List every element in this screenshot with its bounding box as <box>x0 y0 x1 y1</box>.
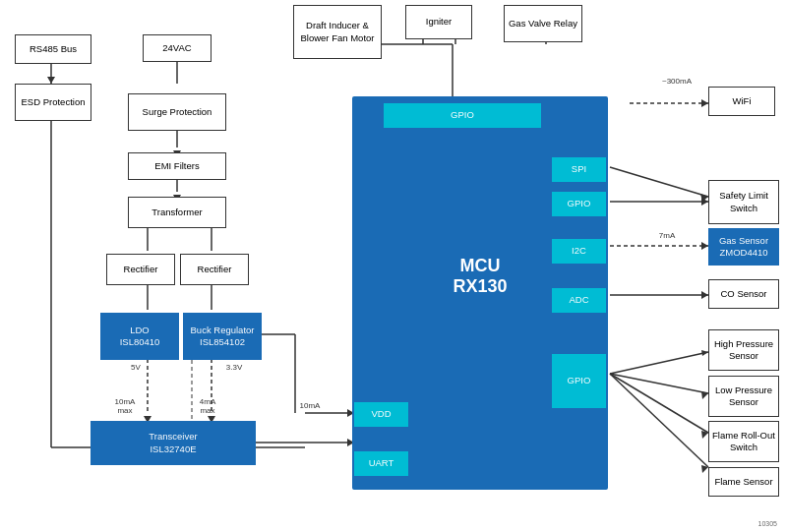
svg-marker-52 <box>701 431 708 439</box>
flame-rollout-block: Flame Roll-Out Switch <box>708 421 779 462</box>
esd-block: ESD Protection <box>15 84 91 121</box>
ldo-voltage-label: 5V <box>116 363 155 372</box>
buck-block: Buck Regulator ISL854102 <box>183 313 262 360</box>
24vac-block: 24VAC <box>143 34 212 62</box>
svg-line-49 <box>610 374 708 467</box>
emi-block: EMI Filters <box>128 152 226 180</box>
diagram: RS485 Bus 24VAC Draft Inducer & Blower F… <box>0 0 787 532</box>
mcu-block: MCU RX130 GPIO SPI GPIO I2C ADC GPIO VDD <box>352 96 608 490</box>
high-pressure-block: High Pressure Sensor <box>708 329 779 371</box>
rectifier1-block: Rectifier <box>106 254 175 285</box>
spi-block: SPI <box>552 157 606 182</box>
low-pressure-block: Low Pressure Sensor <box>708 376 779 417</box>
vdd-block: VDD <box>354 402 408 427</box>
rectifier2-block: Rectifier <box>180 254 249 285</box>
uart-block: UART <box>354 451 408 476</box>
current-4ma-label: 4mA max <box>183 388 232 415</box>
ldo-block: LDO ISL80410 <box>100 313 179 360</box>
i2c-block: I2C <box>552 239 606 264</box>
svg-line-46 <box>610 352 708 374</box>
co-sensor-block: CO Sensor <box>708 279 779 309</box>
svg-marker-41 <box>701 198 708 206</box>
gpio-bot-block: GPIO <box>552 354 606 408</box>
svg-marker-27 <box>701 99 708 107</box>
flame-sensor-block: Flame Sensor <box>708 467 779 497</box>
svg-marker-50 <box>701 350 708 356</box>
svg-line-48 <box>610 374 708 433</box>
svg-marker-43 <box>701 242 708 250</box>
svg-marker-51 <box>701 391 708 399</box>
draft-inducer-block: Draft Inducer & Blower Fan Motor <box>293 5 382 59</box>
current-7ma-label: 7mA <box>647 231 687 240</box>
current-10ma-right-label: 10mA <box>290 401 330 410</box>
surge-block: Surge Protection <box>128 93 226 131</box>
wifi-block: WiFi <box>708 87 775 116</box>
buck-voltage-label: 3.3V <box>214 363 254 372</box>
gpio-mid-block: GPIO <box>552 192 606 216</box>
transformer-block: Transformer <box>128 197 226 228</box>
adc-block: ADC <box>552 288 606 313</box>
rs485-block: RS485 Bus <box>15 34 91 64</box>
transceiver-block: Transceiver ISL32740E <box>91 421 256 465</box>
svg-line-38 <box>610 167 708 197</box>
current-300ma-label: ~300mA <box>647 77 706 86</box>
svg-marker-1 <box>47 77 55 84</box>
safety-switch-block: Safety Limit Switch <box>708 180 779 224</box>
svg-line-47 <box>610 374 708 393</box>
svg-marker-45 <box>701 291 708 299</box>
svg-marker-53 <box>701 465 708 473</box>
current-10ma-label: 10mA max <box>100 388 150 415</box>
gas-valve-block: Gas Valve Relay <box>504 5 582 42</box>
gas-sensor-block: Gas Sensor ZMOD4410 <box>708 228 779 266</box>
version-label: 10305 <box>758 520 777 527</box>
igniter-block: Igniter <box>405 5 472 39</box>
svg-marker-39 <box>700 194 708 202</box>
gpio-top-block: GPIO <box>384 103 541 128</box>
